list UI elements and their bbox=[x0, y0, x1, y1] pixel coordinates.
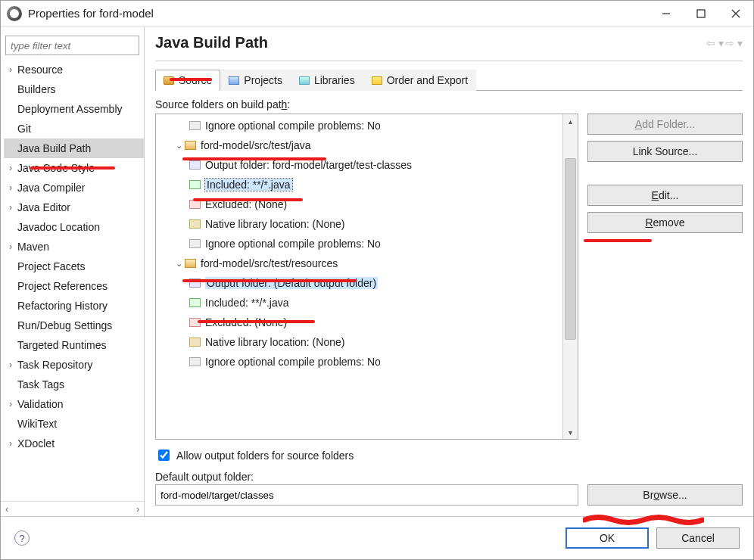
window-title: Properties for ford-model bbox=[28, 7, 649, 20]
category-sidebar: ›Resource Builders Deployment Assembly G… bbox=[1, 26, 145, 516]
ignore-icon bbox=[189, 121, 201, 130]
allow-output-folders-checkbox[interactable] bbox=[158, 450, 170, 461]
nav-maven[interactable]: ›Maven bbox=[4, 237, 144, 257]
sidebar-horizontal-scrollbar[interactable]: ‹› bbox=[1, 501, 144, 516]
excluded-icon bbox=[189, 318, 201, 327]
nav-targeted-runtimes[interactable]: Targeted Runtimes bbox=[4, 335, 144, 355]
excluded-icon bbox=[189, 200, 201, 209]
edit-button[interactable]: Edit... bbox=[587, 185, 743, 206]
tree-output-test-java[interactable]: Output folder: ford-model/target/test-cl… bbox=[156, 155, 562, 175]
tab-projects[interactable]: Projects bbox=[220, 70, 291, 91]
link-source-button[interactable]: Link Source... bbox=[587, 141, 743, 162]
dialog-footer: ? OK Cancel bbox=[1, 516, 753, 559]
ignore-icon bbox=[189, 357, 201, 366]
help-icon[interactable]: ? bbox=[14, 530, 30, 546]
buildpath-tabs: Source Projects Libraries Order and Expo… bbox=[155, 69, 743, 91]
libraries-icon bbox=[299, 76, 310, 85]
nav-xdoclet[interactable]: ›XDoclet bbox=[4, 434, 144, 453]
nav-task-repository[interactable]: ›Task Repository bbox=[4, 355, 144, 375]
native-lib-icon bbox=[189, 338, 201, 347]
tree-ignore-problems[interactable]: Ignore optional compile problems: No bbox=[156, 116, 562, 135]
tree-included-test-java[interactable]: Included: **/*.java bbox=[156, 175, 562, 194]
output-folder-icon bbox=[189, 160, 201, 170]
remove-button[interactable]: Remove bbox=[587, 212, 743, 233]
nav-run-debug-settings[interactable]: Run/Debug Settings bbox=[4, 316, 144, 335]
add-folder-button[interactable]: AAdd Folder...dd Folder... bbox=[587, 114, 743, 135]
tree-vertical-scrollbar[interactable]: ▴▾ bbox=[562, 114, 578, 439]
native-lib-icon bbox=[189, 219, 201, 229]
nav-java-editor[interactable]: ›Java Editor bbox=[4, 198, 144, 217]
package-icon bbox=[185, 141, 196, 150]
maximize-button[interactable] bbox=[684, 2, 718, 26]
source-folders-label: Source folders on build path: bbox=[155, 98, 743, 110]
nav-validation[interactable]: ›Validation bbox=[4, 394, 144, 414]
nav-java-code-style[interactable]: ›Java Code Style bbox=[4, 158, 144, 178]
tree-folder-test-java[interactable]: ⌄ford-model/src/test/java bbox=[156, 135, 562, 155]
minimize-button[interactable] bbox=[649, 2, 684, 26]
nav-refactoring-history[interactable]: Refactoring History bbox=[4, 296, 144, 316]
tab-source[interactable]: Source bbox=[155, 70, 220, 91]
filter-box[interactable] bbox=[5, 36, 139, 55]
nav-resource[interactable]: ›Resource bbox=[4, 60, 144, 79]
ok-button[interactable]: OK bbox=[566, 527, 649, 549]
nav-git[interactable]: Git bbox=[4, 119, 144, 138]
package-icon bbox=[185, 259, 196, 268]
projects-icon bbox=[229, 76, 239, 85]
nav-task-tags[interactable]: Task Tags bbox=[4, 375, 144, 394]
nav-deployment-assembly[interactable]: Deployment Assembly bbox=[4, 99, 144, 119]
title-bar: Properties for ford-model bbox=[1, 1, 753, 26]
svg-rect-0 bbox=[697, 10, 705, 17]
tree-included-test-resources[interactable]: Included: **/*.java bbox=[156, 293, 562, 313]
nav-java-build-path[interactable]: Java Build Path bbox=[4, 138, 144, 158]
category-list[interactable]: ›Resource Builders Deployment Assembly G… bbox=[1, 60, 144, 501]
included-icon bbox=[189, 298, 201, 307]
nav-builders[interactable]: Builders bbox=[4, 79, 144, 99]
tree-folder-test-resources[interactable]: ⌄ford-model/src/test/resources bbox=[156, 254, 562, 273]
main-panel: Java Build Path ⇦ ▾⇨ ▾ Source Projects L… bbox=[145, 26, 753, 516]
tree-excluded-test-resources[interactable]: Excluded: (None) bbox=[156, 313, 562, 332]
filter-input[interactable] bbox=[5, 36, 139, 55]
tab-order-export[interactable]: Order and Export bbox=[363, 70, 476, 91]
tree-ignore-test-resources[interactable]: Ignore optional compile problems: No bbox=[156, 352, 562, 372]
tree-ignore-test-java[interactable]: Ignore optional compile problems: No bbox=[156, 234, 562, 254]
allow-output-folders-label: Allow output folders for source folders bbox=[176, 450, 354, 462]
nav-javadoc-location[interactable]: Javadoc Location bbox=[4, 217, 144, 237]
close-button[interactable] bbox=[718, 2, 753, 26]
cancel-button[interactable]: Cancel bbox=[656, 527, 740, 549]
page-title: Java Build Path bbox=[155, 34, 268, 51]
included-icon bbox=[189, 180, 201, 189]
nav-project-facets[interactable]: Project Facets bbox=[4, 257, 144, 276]
tree-native-test-java[interactable]: Native library location: (None) bbox=[156, 214, 562, 234]
output-folder-icon bbox=[189, 278, 201, 288]
order-export-icon bbox=[372, 76, 382, 85]
nav-project-references[interactable]: Project References bbox=[4, 276, 144, 296]
default-output-input[interactable] bbox=[155, 484, 578, 506]
eclipse-icon bbox=[7, 6, 22, 21]
page-history-nav[interactable]: ⇦ ▾⇨ ▾ bbox=[706, 37, 743, 49]
source-folder-icon bbox=[164, 76, 174, 85]
nav-wikitext[interactable]: WikiText bbox=[4, 414, 144, 434]
ignore-icon bbox=[189, 239, 201, 248]
tree-native-test-resources[interactable]: Native library location: (None) bbox=[156, 332, 562, 352]
default-output-label: Default output folder: bbox=[155, 471, 743, 483]
browse-button[interactable]: Browse... bbox=[587, 484, 743, 506]
tree-output-test-resources[interactable]: Output folder: (Default output folder) bbox=[156, 273, 562, 293]
tab-libraries[interactable]: Libraries bbox=[291, 70, 363, 91]
source-folders-tree[interactable]: Ignore optional compile problems: No ⌄fo… bbox=[155, 114, 578, 440]
tree-excluded-test-java[interactable]: Excluded: (None) bbox=[156, 194, 562, 214]
nav-java-compiler[interactable]: ›Java Compiler bbox=[4, 178, 144, 198]
